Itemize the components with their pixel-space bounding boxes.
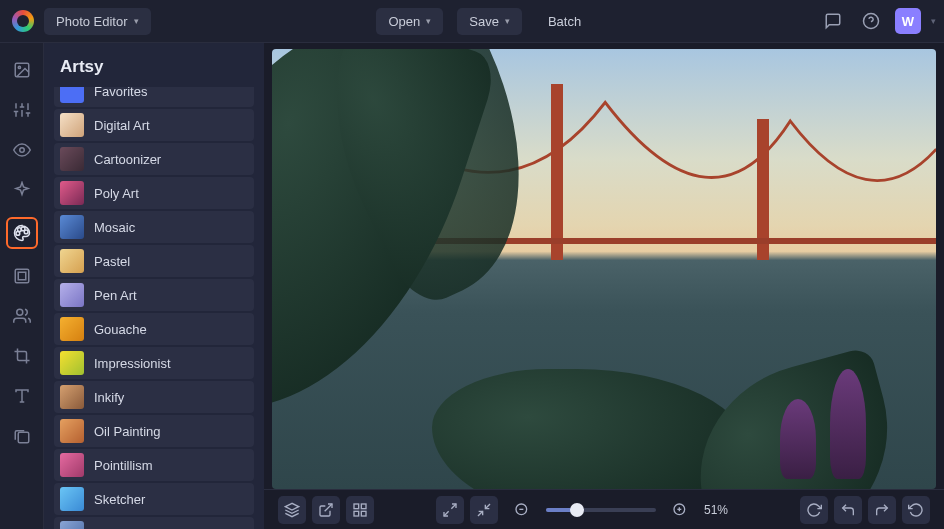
batch-label: Batch [548,14,581,29]
left-rail [0,43,44,529]
effect-item-inkify[interactable]: Inkify [54,381,254,413]
effect-thumb-icon [60,521,84,529]
effect-item-sketcher[interactable]: Sketcher [54,483,254,515]
photo-preview[interactable] [272,49,936,489]
app-logo-icon [12,10,34,32]
svg-point-20 [16,309,22,315]
effect-label: Impressionist [94,356,171,371]
effect-label: Gouache [94,322,147,337]
effect-label: Oil Painting [94,424,160,439]
feedback-icon[interactable] [819,7,847,35]
effect-label: Cartoonizer [94,152,161,167]
svg-rect-19 [18,272,26,280]
effect-item-cartoonizer[interactable]: Cartoonizer [54,143,254,175]
rail-text-icon[interactable] [9,383,35,409]
effect-label: Pen Art [94,288,137,303]
effect-item-pointillism[interactable]: Pointillism [54,449,254,481]
effect-label: Inkify [94,390,124,405]
effect-item-underpainting[interactable]: Underpainting [54,517,254,529]
svg-marker-24 [285,503,298,510]
effect-item-favorites[interactable]: Favorites [54,87,254,107]
rail-crop-icon[interactable] [9,343,35,369]
effect-thumb-icon [60,87,84,103]
undo-icon[interactable] [834,496,862,524]
rail-layers-icon[interactable] [9,423,35,449]
effect-thumb-icon [60,249,84,273]
effect-thumb-icon [60,147,84,171]
chevron-down-icon: ▾ [134,16,139,26]
save-button[interactable]: Save ▾ [457,8,522,35]
open-button[interactable]: Open ▾ [376,8,443,35]
effect-label: Poly Art [94,186,139,201]
batch-button[interactable]: Batch [536,8,593,35]
effect-item-impressionist[interactable]: Impressionist [54,347,254,379]
rail-image-icon[interactable] [9,57,35,83]
effect-thumb-icon [60,113,84,137]
chevron-down-icon[interactable]: ▾ [931,16,936,26]
effect-list: FavoritesDigital ArtCartoonizerPoly ArtM… [44,87,264,529]
open-label: Open [388,14,420,29]
svg-line-30 [451,504,456,509]
user-avatar[interactable]: W [895,8,921,34]
app-menu-label: Photo Editor [56,14,128,29]
svg-line-32 [485,504,490,509]
effect-thumb-icon [60,385,84,409]
effect-label: Pastel [94,254,130,269]
svg-rect-23 [18,432,29,443]
effect-label: Mosaic [94,220,135,235]
effect-item-mosaic[interactable]: Mosaic [54,211,254,243]
zoom-percent: 51% [704,503,738,517]
rail-adjust-icon[interactable] [9,97,35,123]
svg-rect-18 [15,269,29,283]
svg-line-31 [444,511,449,516]
svg-line-33 [478,511,483,516]
layers-panel-icon[interactable] [278,496,306,524]
effect-thumb-icon [60,181,84,205]
effect-item-digital-art[interactable]: Digital Art [54,109,254,141]
rail-sparkle-icon[interactable] [9,177,35,203]
effect-label: Underpainting [94,526,175,530]
rotate-icon[interactable] [800,496,828,524]
effect-item-poly-art[interactable]: Poly Art [54,177,254,209]
grid-icon[interactable] [346,496,374,524]
fit-icon[interactable] [470,496,498,524]
revert-icon[interactable] [902,496,930,524]
panel-title: Artsy [44,43,264,87]
effect-thumb-icon [60,215,84,239]
zoom-out-icon[interactable] [508,496,536,524]
rail-eye-icon[interactable] [9,137,35,163]
zoom-control: 51% [508,496,738,524]
canvas-area: 51% [264,43,944,529]
rail-palette-icon[interactable] [6,217,38,249]
chevron-down-icon: ▾ [426,16,431,26]
effect-label: Sketcher [94,492,145,507]
zoom-slider[interactable] [546,508,656,512]
svg-rect-27 [361,504,366,509]
effect-thumb-icon [60,419,84,443]
fullscreen-icon[interactable] [436,496,464,524]
app-menu-dropdown[interactable]: Photo Editor ▾ [44,8,151,35]
external-icon[interactable] [312,496,340,524]
rail-frame-icon[interactable] [9,263,35,289]
effect-item-oil-painting[interactable]: Oil Painting [54,415,254,447]
artsy-panel: Artsy FavoritesDigital ArtCartoonizerPol… [44,43,264,529]
bottom-toolbar: 51% [264,489,944,529]
effect-thumb-icon [60,453,84,477]
svg-point-15 [24,230,28,234]
effect-label: Digital Art [94,118,150,133]
help-icon[interactable] [857,7,885,35]
effect-thumb-icon [60,283,84,307]
redo-icon[interactable] [868,496,896,524]
zoom-in-icon[interactable] [666,496,694,524]
svg-line-25 [325,504,332,511]
effect-item-pen-art[interactable]: Pen Art [54,279,254,311]
effect-thumb-icon [60,351,84,375]
top-bar: Photo Editor ▾ Open ▾ Save ▾ Batch [0,0,944,43]
effect-item-pastel[interactable]: Pastel [54,245,254,277]
effect-item-gouache[interactable]: Gouache [54,313,254,345]
svg-rect-29 [354,511,359,516]
effect-thumb-icon [60,317,84,341]
effect-label: Favorites [94,87,147,99]
rail-people-icon[interactable] [9,303,35,329]
effect-thumb-icon [60,487,84,511]
